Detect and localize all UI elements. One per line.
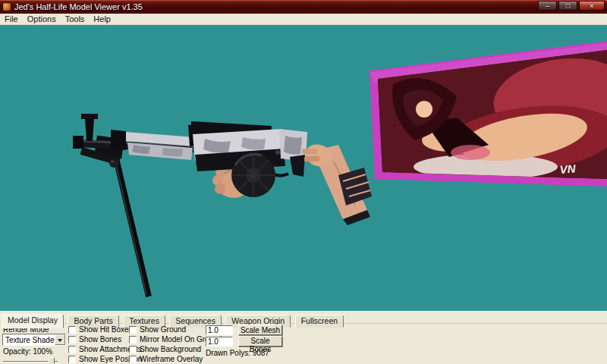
checkbox-wireframe-overlay[interactable]: Wireframe Overlay — [129, 355, 203, 363]
menu-help[interactable]: Help — [89, 14, 115, 25]
checkbox-box[interactable] — [68, 356, 76, 363]
checkbox-box[interactable] — [129, 346, 137, 353]
window-title: Jed's Half-Life Model Viewer v1.35 — [14, 0, 538, 14]
scale-bones-button[interactable]: Scale Bones — [238, 336, 282, 347]
menu-file[interactable]: File — [0, 14, 23, 25]
opacity-slider[interactable] — [3, 357, 58, 364]
chevron-down-icon[interactable] — [55, 334, 65, 345]
scale-bones-input[interactable] — [206, 337, 233, 347]
maximize-button[interactable]: □ — [558, 1, 577, 11]
billboard-watermark: VN — [559, 162, 577, 175]
checkbox-show-hit-boxes[interactable]: Show Hit Boxes — [68, 325, 133, 334]
checkbox-label: Wireframe Overlay — [140, 355, 203, 363]
scale-mesh-input[interactable] — [206, 325, 233, 335]
minimize-button[interactable]: – — [538, 1, 557, 11]
titlebar[interactable]: Jed's Half-Life Model Viewer v1.35 – □ × — [0, 0, 607, 14]
checkbox-show-background[interactable]: Show Background — [129, 345, 201, 353]
app-icon — [2, 2, 11, 11]
app-window: Jed's Half-Life Model Viewer v1.35 – □ ×… — [0, 0, 607, 364]
checkbox-label: Show Background — [140, 345, 201, 353]
checkbox-box[interactable] — [68, 336, 76, 344]
checkbox-box[interactable] — [129, 356, 137, 363]
checkbox-box[interactable] — [129, 326, 137, 334]
checkbox-show-bones[interactable]: Show Bones — [68, 335, 121, 344]
close-button[interactable]: × — [579, 1, 605, 11]
menu-bar: File Options Tools Help — [0, 14, 607, 25]
checkbox-box[interactable] — [68, 346, 76, 353]
render-mode-value: Texture Shaded — [3, 336, 55, 344]
checkbox-box[interactable] — [68, 326, 76, 334]
drum-magazine — [231, 153, 275, 197]
scale-mesh-button[interactable]: Scale Mesh — [238, 325, 282, 335]
viewport-render: VN — [0, 25, 607, 311]
tab-model-display[interactable]: Model Display — [2, 314, 64, 328]
checkbox-box[interactable] — [129, 336, 137, 344]
model-viewport[interactable]: VN — [0, 25, 607, 311]
opacity-label: Opacity: 100% — [3, 347, 52, 356]
menu-options[interactable]: Options — [23, 14, 61, 25]
checkbox-label: Show Hit Boxes — [79, 325, 133, 334]
checkbox-label: Show Bones — [79, 335, 121, 344]
menu-tools[interactable]: Tools — [61, 14, 90, 25]
window-controls: – □ × — [538, 1, 605, 11]
tab-strip: Model Display Body Parts Textures Sequen… — [0, 312, 607, 324]
checkbox-label: Show Ground — [140, 325, 186, 334]
checkbox-show-ground[interactable]: Show Ground — [129, 325, 186, 334]
slider-thumb[interactable] — [49, 357, 55, 364]
model-display-controls: Render Mode Texture Shaded Opacity: 100%… — [0, 324, 607, 364]
drawn-polys-label: Drawn Polys: 9087 — [206, 349, 269, 357]
control-panel: Model Display Body Parts Textures Sequen… — [0, 311, 607, 364]
render-mode-select[interactable]: Texture Shaded — [2, 334, 66, 346]
